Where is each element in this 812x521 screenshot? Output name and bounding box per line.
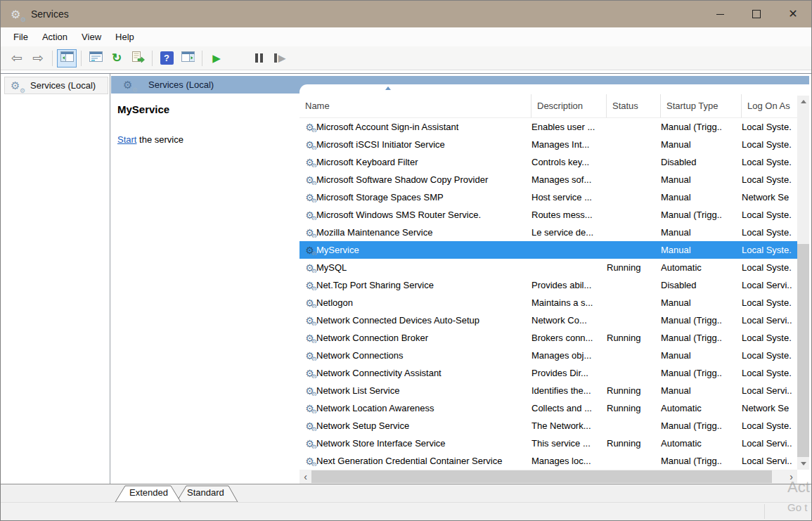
column-header-log-on-as[interactable]: Log On As: [742, 94, 798, 117]
table-row[interactable]: ⚙⚙Network Store Interface ServiceThis se…: [299, 435, 798, 452]
show-console-tree-button[interactable]: [57, 49, 77, 67]
table-row[interactable]: ⚙⚙Network Location AwarenessCollects and…: [299, 399, 798, 417]
service-description-cell: Manages sof...: [531, 174, 607, 185]
service-name-cell: ⚙⚙Network Setup Service: [299, 420, 531, 431]
stop-service-button[interactable]: [228, 49, 247, 67]
service-logon-cell: Local Syste.: [742, 157, 798, 167]
table-row[interactable]: ⚙⚙Network Connectivity AssistantProvides…: [299, 364, 798, 382]
table-row[interactable]: ⚙⚙MyServiceManualLocal Syste.: [299, 241, 798, 259]
table-row[interactable]: ⚙⚙Network Connected Devices Auto-SetupNe…: [299, 311, 798, 329]
scroll-down-button[interactable]: [797, 458, 809, 470]
tab-extended[interactable]: Extended: [129, 487, 168, 498]
properties-icon: [89, 51, 103, 65]
service-name-cell: ⚙⚙Next Generation Credential Container S…: [299, 456, 531, 466]
title-bar: ⚙⚙ Services ✕: [1, 1, 811, 27]
table-row[interactable]: ⚙⚙Microsoft Keyboard FilterControls key.…: [299, 153, 798, 171]
refresh-button[interactable]: ↻: [107, 49, 127, 67]
console-tree-icon: [60, 51, 74, 65]
window-title: Services: [31, 8, 69, 20]
service-name-cell: ⚙⚙Network Location Awareness: [299, 403, 531, 413]
service-gear-icon: ⚙⚙: [304, 175, 316, 185]
service-logon-cell: Local Syste.: [742, 122, 798, 132]
table-row[interactable]: ⚙⚙Microsoft Windows SMS Router Service.R…: [299, 206, 798, 224]
maximize-button[interactable]: [738, 1, 775, 27]
service-name-cell: ⚙⚙Microsoft Account Sign-in Assistant: [299, 122, 531, 132]
back-button[interactable]: ⇦: [7, 49, 27, 67]
table-row[interactable]: ⚙⚙Microsoft Storage Spaces SMPHost servi…: [299, 188, 798, 206]
restart-service-button[interactable]: ▶: [270, 49, 290, 67]
table-row[interactable]: ⚙⚙Microsoft Software Shadow Copy Provide…: [299, 171, 798, 188]
service-description-cell: This service ...: [531, 438, 607, 449]
vertical-scrollbar-thumb[interactable]: [797, 244, 809, 457]
table-row[interactable]: ⚙⚙NetlogonMaintains a s...ManualLocal Sy…: [299, 294, 798, 311]
action-pane-icon: [181, 51, 195, 65]
help-button[interactable]: ?: [157, 49, 176, 67]
column-header-startup-type[interactable]: Startup Type: [661, 94, 742, 117]
service-startup-type-cell: Manual: [661, 139, 742, 150]
column-header-status[interactable]: Status: [607, 94, 661, 117]
vertical-scrollbar[interactable]: [797, 96, 809, 470]
service-logon-cell: Local Syste.: [742, 368, 798, 378]
toolbar-separator: [81, 51, 82, 66]
close-button[interactable]: ✕: [775, 1, 811, 27]
start-service-link[interactable]: Start: [117, 134, 136, 145]
table-row[interactable]: ⚙⚙Microsoft iSCSI Initiator ServiceManag…: [299, 136, 798, 153]
show-action-pane-button[interactable]: [178, 49, 198, 67]
service-startup-type-cell: Automatic: [661, 403, 742, 413]
table-row[interactable]: ⚙⚙Net.Tcp Port Sharing ServiceProvides a…: [299, 276, 798, 294]
horizontal-scrollbar-thumb[interactable]: [311, 470, 772, 483]
column-header-description[interactable]: Description: [531, 94, 607, 117]
service-description-cell: Provides abil...: [531, 280, 607, 290]
scroll-right-button[interactable]: ›: [785, 470, 797, 484]
main-area: ⚙⚙ Services (Local) ⚙⚙ Services (Local) …: [1, 73, 811, 520]
table-row[interactable]: ⚙⚙Network List ServiceIdentifies the...R…: [299, 382, 798, 399]
service-gear-icon: ⚙⚙: [304, 439, 316, 449]
menu-view[interactable]: View: [75, 29, 108, 45]
pane-header-icon: ⚙⚙: [123, 79, 136, 91]
scroll-up-button[interactable]: [797, 96, 809, 108]
horizontal-scrollbar[interactable]: ‹ ›: [299, 470, 797, 484]
table-row[interactable]: ⚙⚙Network Setup ServiceThe Network...Man…: [299, 417, 798, 435]
menu-file[interactable]: File: [6, 29, 35, 45]
service-gear-icon: ⚙⚙: [304, 456, 316, 466]
column-header-name[interactable]: Name: [299, 94, 531, 117]
service-gear-icon: ⚙⚙: [304, 316, 316, 326]
tab-standard[interactable]: Standard: [187, 487, 224, 498]
menu-help[interactable]: Help: [108, 29, 141, 45]
start-service-button[interactable]: ▶: [207, 49, 226, 67]
table-row[interactable]: ⚙⚙Mozilla Maintenance ServiceLe service …: [299, 224, 798, 241]
service-startup-type-cell: Manual: [661, 227, 742, 238]
toolbar-separator: [152, 51, 153, 66]
service-name-cell: ⚙⚙Network Connections: [299, 350, 531, 361]
scroll-left-button[interactable]: ‹: [299, 470, 311, 484]
service-description-cell: Brokers conn...: [531, 333, 607, 343]
service-gear-icon: ⚙⚙: [304, 351, 316, 361]
services-list: NameDescriptionStatusStartup TypeLog On …: [299, 84, 809, 484]
service-startup-type-cell: Manual: [661, 350, 742, 361]
services-app-icon: ⚙⚙: [11, 8, 25, 21]
table-row[interactable]: ⚙⚙Network Connection BrokerBrokers conn.…: [299, 329, 798, 347]
status-bar: [1, 502, 811, 520]
table-row[interactable]: ⚙⚙Microsoft Account Sign-in AssistantEna…: [299, 118, 798, 136]
pause-service-button[interactable]: [249, 49, 269, 67]
service-startup-type-cell: Manual: [661, 245, 742, 255]
service-description-cell: Network Co...: [531, 315, 607, 326]
minimize-button[interactable]: [702, 1, 738, 27]
properties-button[interactable]: [86, 49, 105, 67]
view-tabs-bar: Extended Standard: [1, 484, 811, 502]
restart-icon: ▶: [274, 53, 285, 63]
forward-button[interactable]: ⇨: [28, 49, 48, 67]
menu-action[interactable]: Action: [35, 29, 75, 45]
service-logon-cell: Local Syste.: [742, 297, 798, 308]
tree-item-services-local[interactable]: ⚙⚙ Services (Local): [4, 77, 108, 94]
service-name-cell: ⚙⚙Microsoft iSCSI Initiator Service: [299, 139, 531, 150]
table-row[interactable]: ⚙⚙Next Generation Credential Container S…: [299, 452, 798, 470]
service-logon-cell: Local Syste.: [742, 262, 798, 273]
service-logon-cell: Local Servi..: [742, 456, 798, 466]
table-row[interactable]: ⚙⚙MySQLRunningAutomaticLocal Syste.: [299, 259, 798, 276]
service-name-cell: ⚙⚙Mozilla Maintenance Service: [299, 227, 531, 238]
table-row[interactable]: ⚙⚙Network ConnectionsManages obj...Manua…: [299, 347, 798, 364]
service-description-cell: Le service de...: [531, 227, 607, 238]
service-startup-type-cell: Manual (Trigg..: [661, 122, 742, 132]
export-list-button[interactable]: [128, 49, 148, 67]
